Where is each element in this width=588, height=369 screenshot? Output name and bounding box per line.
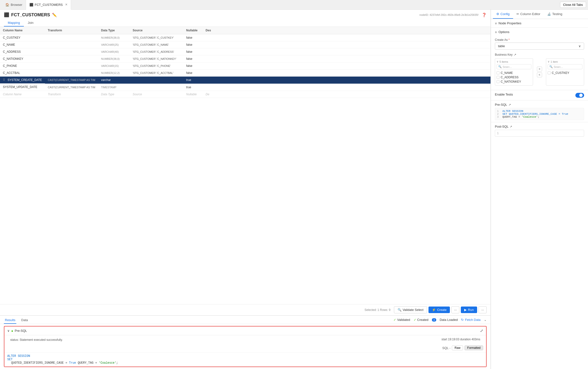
row-nullable: false bbox=[186, 57, 192, 61]
data-loaded-badge: 3 bbox=[432, 318, 436, 322]
edit-icon[interactable]: ✏️ bbox=[52, 13, 57, 17]
pre-sql-link-icon[interactable]: ↗ bbox=[508, 103, 511, 106]
bk-item[interactable]: C_NATIONKEY bbox=[496, 80, 531, 84]
enable-tests-section: Enable Tests bbox=[491, 90, 588, 100]
bk-checkbox[interactable] bbox=[496, 80, 499, 83]
row-source: 'STG_CUSTOMER'.'C_PHONE' bbox=[133, 64, 171, 67]
presql-header: ∨ ● Pre-SQL ⤢ bbox=[4, 327, 486, 335]
config-tab[interactable]: ⚙ Config bbox=[493, 10, 513, 19]
table-row[interactable]: C_NATIONKEY NUMBER(38,0) 'STG_CUSTOMER'.… bbox=[0, 55, 490, 62]
row-transform: CAST(CURRENT_TIMESTAMP AS TIM bbox=[48, 86, 95, 89]
validate-select-button[interactable]: 🔍 Validate Select bbox=[394, 306, 427, 313]
expand-icon[interactable]: ∨ bbox=[7, 329, 10, 333]
col-header-source: Source bbox=[130, 27, 183, 34]
row-source: 'STG_CUSTOMER'.'C_CUSTKEY' bbox=[133, 36, 174, 39]
options-header[interactable]: ∧ Options bbox=[491, 28, 588, 36]
bk-item-label: C_NATIONKEY bbox=[501, 80, 521, 83]
table-row[interactable]: C_NAME VARCHAR(25) 'STG_CUSTOMER'.'C_NAM… bbox=[0, 41, 490, 48]
drag-handle-icon[interactable]: ⠿ bbox=[3, 78, 5, 82]
bk-right-search[interactable]: 🔍 Searc... bbox=[548, 64, 582, 69]
formatted-button[interactable]: Formatted bbox=[464, 345, 483, 350]
bk-item[interactable]: C_ADDRESS bbox=[496, 75, 531, 80]
business-key-label: Business Key ↗ bbox=[495, 53, 584, 56]
row-datatype: VARCHAR(25) bbox=[101, 43, 119, 46]
row-datatype: TIMESTAMP bbox=[101, 86, 116, 89]
table-row-placeholder[interactable]: Column Name Transform Data Type Source N… bbox=[0, 91, 490, 98]
table-row[interactable]: C_CUSTKEY NUMBER(38,0) 'STG_CUSTOMER'.'C… bbox=[0, 34, 490, 41]
results-tabs: Results Data ✓ Validated ✓ Created 3 Dat… bbox=[0, 316, 490, 324]
move-right-button[interactable]: > bbox=[537, 67, 542, 72]
help-icon[interactable]: ❓ bbox=[482, 13, 487, 17]
raw-button[interactable]: Raw bbox=[452, 345, 463, 350]
post-sql-section: Post-SQL ↗ 1 bbox=[491, 122, 588, 139]
presql-timing: start 19:19:03 duration 403ms bbox=[442, 338, 483, 341]
bk-item[interactable]: C_CUSTKEY bbox=[548, 71, 582, 75]
presql-label: Pre-SQL bbox=[15, 329, 27, 333]
close-tab-icon[interactable]: × bbox=[65, 2, 67, 7]
enable-tests-toggle[interactable] bbox=[575, 93, 584, 98]
active-tab-label: FCT_CUSTOMERS bbox=[35, 3, 63, 7]
table-summary: Selected: 1 Rows: 9 bbox=[364, 308, 391, 312]
business-key-dual: ∨ 5 items 🔍 Searc... C_NAME bbox=[495, 58, 584, 86]
pre-sql-code[interactable]: 1 ALTER SESSION 2 SET QUOTED_IDENTIFIERS… bbox=[495, 108, 584, 120]
presql-result-container: ∨ ● Pre-SQL ⤢ status: Statement executed… bbox=[4, 326, 487, 367]
post-sql-input[interactable]: 1 bbox=[495, 130, 584, 137]
table-row-selected[interactable]: ⠿ SYSTEM_CREATE_DATE CAST(CURRENT_TIMEST… bbox=[0, 77, 490, 84]
bk-checkbox[interactable] bbox=[548, 72, 551, 74]
results-tab-data[interactable]: Data bbox=[20, 317, 29, 324]
results-tab-results[interactable]: Results bbox=[4, 317, 16, 324]
collapse-button[interactable]: ⌄ bbox=[484, 318, 487, 322]
mapping-tab[interactable]: Mapping bbox=[4, 20, 24, 27]
close-all-tabs-button[interactable]: Close All Tabs bbox=[560, 2, 586, 8]
fetch-data-button[interactable]: ↻ Fetch Data bbox=[461, 318, 481, 322]
row-transform: CAST(CURRENT_TIMESTAMP AS TIM bbox=[48, 79, 95, 82]
column-editor-tab[interactable]: ✏ Column Editor bbox=[513, 10, 544, 19]
node-properties-label: Node Properties bbox=[498, 21, 521, 25]
col-header-datatype: Data Type bbox=[98, 27, 130, 34]
bk-checkbox[interactable] bbox=[496, 72, 499, 74]
row-datatype: NUMBER(38,0) bbox=[101, 57, 120, 60]
presql-meta: status: Statement executed successfully.… bbox=[4, 335, 486, 344]
right-panel-tabs: ⚙ Config ✏ Column Editor 🔬 Testing bbox=[491, 10, 588, 19]
row-name: SYSTEM_UPDATE_DATE bbox=[3, 85, 37, 89]
row-source: 'STG_CUSTOMER'.'C_ADDRESS' bbox=[133, 50, 174, 53]
table-row[interactable]: SYSTEM_UPDATE_DATE CAST(CURRENT_TIMESTAM… bbox=[0, 84, 490, 91]
table-row[interactable]: C_ADDRESS VARCHAR(40) 'STG_CUSTOMER'.'C_… bbox=[0, 48, 490, 55]
row-nullable: false bbox=[186, 71, 192, 75]
table-row[interactable]: C_ACCTBAL NUMBER(12,2) 'STG_CUSTOMER'.'C… bbox=[0, 70, 490, 77]
bk-item[interactable]: C_NAME bbox=[496, 71, 531, 75]
node-properties-section: ∨ Node Properties bbox=[491, 19, 588, 28]
bk-checkbox[interactable] bbox=[496, 76, 499, 79]
fullscreen-icon[interactable]: ⤢ bbox=[480, 328, 483, 333]
tab-fct-customers[interactable]: ⬛ FCT_CUSTOMERS × bbox=[26, 0, 71, 10]
more-button[interactable]: ··· bbox=[451, 306, 459, 313]
col-header-name: Column Name bbox=[0, 27, 45, 34]
validated-label: Validated bbox=[397, 318, 410, 322]
create-as-label: Create As * bbox=[495, 38, 584, 41]
refresh-icon: ↻ bbox=[461, 318, 464, 322]
external-link-icon[interactable]: ↗ bbox=[514, 53, 516, 56]
bk-left-search[interactable]: 🔍 Searc... bbox=[496, 64, 531, 69]
sql-line: 1 ALTER SESSION bbox=[497, 110, 582, 113]
options-content: Create As * table ∨ Business Key ↗ bbox=[491, 36, 588, 90]
row-datatype: VARCHAR(15) bbox=[101, 64, 119, 67]
testing-tab[interactable]: 🔬 Testing bbox=[544, 10, 566, 19]
search-icon-3: 🔍 bbox=[549, 65, 553, 68]
sql-line: 3 QUERY_TAG = 'Coalesce'; bbox=[497, 115, 582, 118]
run-button[interactable]: ▶ Run bbox=[461, 307, 477, 313]
join-tab[interactable]: Join bbox=[24, 20, 37, 27]
create-as-select[interactable]: table ∨ bbox=[495, 42, 584, 50]
node-header: ⬛ FCT_CUSTOMERS ✏️ nodeID: 4237efef-392c… bbox=[0, 10, 490, 27]
row-datatype: VARCHAR(40) bbox=[101, 50, 119, 53]
node-properties-header[interactable]: ∨ Node Properties bbox=[491, 19, 588, 28]
tab-bar: 🏠 Browser ⬛ FCT_CUSTOMERS × Close All Ta… bbox=[0, 0, 588, 10]
table-row[interactable]: C_PHONE VARCHAR(15) 'STG_CUSTOMER'.'C_PH… bbox=[0, 62, 490, 70]
left-panel: ⬛ FCT_CUSTOMERS ✏️ nodeID: 4237efef-392c… bbox=[0, 10, 491, 369]
main-layout: ⬛ FCT_CUSTOMERS ✏️ nodeID: 4237efef-392c… bbox=[0, 10, 588, 369]
create-button[interactable]: ⚡ Create bbox=[428, 307, 450, 313]
row-source: 'STG_CUSTOMER'.'C_NAME' bbox=[133, 43, 169, 46]
tab-browser[interactable]: 🏠 Browser bbox=[2, 0, 26, 10]
move-left-button[interactable]: < bbox=[537, 72, 542, 77]
run-more-button[interactable]: ··· bbox=[479, 306, 487, 313]
post-sql-link-icon[interactable]: ↗ bbox=[510, 125, 512, 128]
